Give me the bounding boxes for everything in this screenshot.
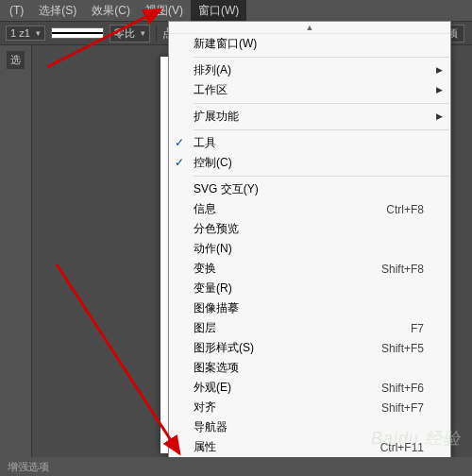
menu-text[interactable]: (T) [2, 1, 31, 20]
stroke-select[interactable]: 零比 [110, 25, 150, 42]
menu-item[interactable]: 图形样式(S)Shift+F5 [169, 338, 450, 358]
menu-item[interactable]: 新建窗口(W) [169, 34, 450, 54]
menu-item[interactable]: 扩展功能 [169, 107, 450, 127]
menu-window[interactable]: 窗口(W) [191, 0, 246, 22]
menu-item-label: 属性 [194, 439, 216, 455]
divider [156, 25, 157, 42]
menu-item-label: 信息 [194, 201, 216, 217]
menu-item[interactable]: 图像描摹 [169, 298, 450, 318]
menu-item[interactable]: 工作区 [169, 80, 450, 100]
menu-scroll-up[interactable]: ▲ [169, 22, 450, 34]
menu-item-label: 分色预览 [194, 221, 239, 237]
menu-item[interactable]: 外观(E)Shift+F6 [169, 378, 450, 398]
menu-item-label: 工具 [194, 135, 216, 151]
menu-item[interactable]: 导航器 [169, 417, 450, 437]
menu-item-label: 变量(R) [194, 280, 232, 297]
menu-item[interactable]: 变量(R) [169, 279, 450, 298]
menu-item[interactable]: 变换Shift+F8 [169, 259, 450, 279]
menu-item-shortcut: Shift+F5 [381, 342, 424, 355]
menu-item-label: 图形样式(S) [194, 340, 254, 356]
menu-item-label: 排列(A) [194, 62, 231, 78]
menu-separator [194, 129, 449, 130]
status-bar: 增强选项 [0, 457, 472, 476]
status-text: 增强选项 [8, 461, 49, 472]
stroke-preview[interactable] [51, 27, 104, 39]
menu-item-shortcut: F7 [411, 322, 424, 335]
menu-item-label: 导航器 [194, 419, 228, 435]
check-icon: ✓ [175, 136, 184, 149]
check-icon: ✓ [175, 156, 184, 169]
menu-item[interactable]: 分色预览 [169, 219, 450, 239]
menu-item-label: 工作区 [194, 82, 228, 98]
left-panel: 选 [0, 45, 32, 457]
menu-item[interactable]: 排列(A) [169, 60, 450, 80]
menu-item[interactable]: 动作(N) [169, 239, 450, 259]
menu-item-shortcut: Ctrl+F8 [386, 203, 424, 216]
menu-item-label: 外观(E) [194, 380, 231, 396]
menu-select[interactable]: 选择(S) [31, 0, 84, 22]
menu-item[interactable]: SVG 交互(Y) [169, 179, 450, 199]
menu-item-label: 图层 [194, 320, 216, 336]
zoom-select[interactable]: 1 z1 [6, 26, 45, 41]
menu-item-label: 图案选项 [194, 360, 239, 376]
menu-item-label: 变换 [194, 261, 216, 277]
menu-item[interactable]: 图案选项 [169, 358, 450, 378]
menu-item-shortcut: Shift+F6 [381, 382, 424, 395]
menu-item[interactable]: 图层F7 [169, 318, 450, 338]
menu-item-label: 控制(C) [194, 155, 232, 171]
menu-item-label: 新建窗口(W) [194, 36, 257, 52]
menu-separator [194, 176, 449, 177]
window-menu: ▲ 新建窗口(W)排列(A)工作区扩展功能✓工具✓控制(C)SVG 交互(Y)信… [168, 21, 451, 467]
menu-item-label: 图像描摹 [194, 300, 239, 316]
menu-separator [194, 57, 449, 58]
menu-item-label: SVG 交互(Y) [194, 181, 259, 197]
menu-item-label: 扩展功能 [194, 109, 239, 125]
menu-view[interactable]: 视图(V) [138, 0, 191, 22]
panel-tab[interactable]: 选 [7, 51, 25, 69]
menu-item[interactable]: ✓工具 [169, 133, 450, 153]
menu-item[interactable]: 信息Ctrl+F8 [169, 199, 450, 219]
menu-item-shortcut: Shift+F7 [381, 401, 424, 415]
menu-item[interactable]: ✓控制(C) [169, 153, 450, 173]
menubar: (T) 选择(S) 效果(C) 视图(V) 窗口(W) [0, 0, 472, 21]
menu-effect[interactable]: 效果(C) [84, 0, 138, 22]
menu-item-label: 动作(N) [194, 241, 232, 257]
menu-item[interactable]: 对齐Shift+F7 [169, 398, 450, 417]
menu-item-label: 对齐 [194, 400, 216, 416]
menu-item[interactable]: 属性Ctrl+F11 [169, 437, 450, 457]
menu-item-shortcut: Shift+F8 [381, 263, 424, 276]
menu-separator [194, 103, 449, 104]
menu-item-shortcut: Ctrl+F11 [380, 441, 424, 454]
